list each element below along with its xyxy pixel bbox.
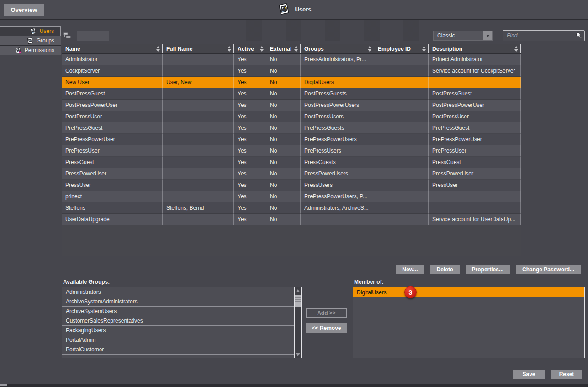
- resize-grip[interactable]: [0, 384, 7, 386]
- table-row[interactable]: PrePressUserYesNoPrePressUsersPrePressUs…: [62, 145, 521, 157]
- table-row[interactable]: PressPowerUserYesNoPressPowerUsersPressP…: [62, 168, 521, 180]
- sidebar-item-users[interactable]: Users: [0, 27, 61, 36]
- cell-groups: DigitalUsers: [301, 77, 374, 88]
- cell-external: No: [266, 145, 301, 157]
- column-header-groups[interactable]: Groups: [301, 44, 374, 53]
- cell-full_name: [163, 88, 234, 100]
- cell-active: Yes: [234, 88, 266, 100]
- member-list-item[interactable]: DigitalUsers3: [353, 287, 584, 297]
- cell-employee_id: [374, 88, 429, 100]
- cell-active: Yes: [234, 168, 266, 180]
- group-list-item[interactable]: CustomerSalesRepresentatives: [62, 316, 294, 326]
- table-row[interactable]: CockpitServerYesNoService account for Co…: [62, 65, 521, 77]
- cell-employee_id: [374, 54, 429, 65]
- cell-description: Service account for CockpitServer: [429, 65, 521, 77]
- flat-view-icon[interactable]: [63, 32, 72, 40]
- cell-full_name: [163, 157, 234, 168]
- cell-employee_id: [374, 111, 429, 122]
- cell-active: Yes: [234, 134, 266, 145]
- cell-groups: [301, 214, 374, 225]
- table-row[interactable]: PressGuestYesNoPressGuestsPressGuest: [62, 157, 521, 168]
- cell-active: Yes: [234, 100, 266, 111]
- cell-description: PostPressPowerUser: [429, 100, 521, 111]
- scroll-up-button[interactable]: [295, 287, 301, 294]
- cell-external: No: [266, 157, 301, 168]
- cell-external: No: [266, 191, 301, 202]
- table-row[interactable]: PostPressGuestYesNoPostPressGuestsPostPr…: [62, 88, 521, 100]
- column-header-description[interactable]: Description: [429, 44, 521, 53]
- cell-employee_id: [374, 157, 429, 168]
- new-button[interactable]: New...: [396, 265, 424, 274]
- cell-employee_id: [374, 214, 429, 225]
- cell-employee_id: [374, 202, 429, 214]
- table-row[interactable]: PrePressGuestYesNoPrePressGuestsPrePress…: [62, 122, 521, 134]
- group-list-item[interactable]: PackagingUsers: [62, 326, 294, 335]
- table-row[interactable]: PrePressPowerUserYesNoPrePressPowerUsers…: [62, 134, 521, 145]
- column-header-external[interactable]: External: [266, 44, 301, 53]
- find-input[interactable]: [503, 30, 585, 41]
- sidebar-item-groups[interactable]: Groups: [0, 36, 61, 46]
- footer-divider: [59, 366, 588, 366]
- cell-employee_id: [374, 77, 429, 88]
- cell-description: PrePressPowerUser: [429, 134, 521, 145]
- cell-groups: PostPressPowerUsers: [301, 100, 374, 111]
- users-page-icon: [276, 2, 290, 16]
- cell-description: PostPressGuest: [429, 88, 521, 100]
- cell-groups: PressPowerUsers: [301, 168, 374, 180]
- delete-button[interactable]: Delete: [430, 265, 460, 274]
- find-field-group: [503, 30, 585, 41]
- search-icon[interactable]: [575, 32, 583, 39]
- remove-button[interactable]: << Remove: [306, 323, 347, 333]
- change-password-button[interactable]: Change Password...: [516, 265, 581, 274]
- properties-button[interactable]: Properties...: [466, 265, 510, 274]
- table-row[interactable]: UserDataUpgradeYesNoService account for …: [62, 214, 521, 225]
- table-row[interactable]: prinectYesNoPrePressPowerUsers, P...: [62, 191, 521, 202]
- group-list-item[interactable]: ArchiveSystemAdministrators: [62, 297, 294, 307]
- table-row[interactable]: PostPressPowerUserYesNoPostPressPowerUse…: [62, 100, 521, 111]
- table-row[interactable]: PostPressUserYesNoPostPressUsersPostPres…: [62, 111, 521, 122]
- cell-name: Steffens: [62, 202, 163, 214]
- cell-employee_id: [374, 122, 429, 134]
- cell-groups: PostPressUsers: [301, 111, 374, 122]
- cell-employee_id: [374, 145, 429, 157]
- cell-employee_id: [374, 100, 429, 111]
- view-mode-select[interactable]: Classic: [433, 31, 493, 41]
- cell-external: No: [266, 134, 301, 145]
- add-button[interactable]: Add >>: [306, 308, 347, 318]
- column-header-name[interactable]: Name: [62, 44, 163, 53]
- scrollbar[interactable]: [294, 287, 301, 358]
- table-action-buttons: New... Delete Properties... Change Passw…: [62, 265, 581, 274]
- cell-groups: Administrators, ArchiveS...: [301, 202, 374, 214]
- scroll-down-button[interactable]: [295, 351, 301, 358]
- bottom-edge-strip: [0, 384, 588, 387]
- view-mode-value: Classic: [434, 31, 483, 40]
- column-header-full_name[interactable]: Full Name: [163, 44, 234, 53]
- scroll-thumb[interactable]: [295, 295, 301, 307]
- table-row[interactable]: PressUserYesNoPressUsersPressUser: [62, 180, 521, 191]
- table-row[interactable]: SteffensSteffens, BerndYesNoAdministrato…: [62, 202, 521, 214]
- group-list-item[interactable]: ArchiveSystemUsers: [62, 307, 294, 316]
- cell-description: [429, 191, 521, 202]
- page-title-group: Users: [276, 2, 311, 16]
- sidebar-item-label: Users: [40, 28, 54, 34]
- group-list-item[interactable]: PortalAdmin: [62, 335, 294, 345]
- cell-employee_id: [374, 134, 429, 145]
- cell-description: [429, 77, 521, 88]
- save-button[interactable]: Save: [513, 370, 545, 379]
- reset-button[interactable]: Reset: [551, 370, 582, 379]
- group-list-item[interactable]: PortalCustomer: [62, 345, 294, 355]
- column-header-active[interactable]: Active: [234, 44, 266, 53]
- chevron-down-icon[interactable]: [483, 31, 492, 40]
- available-groups-items: AdministratorsArchiveSystemAdministrator…: [62, 287, 294, 358]
- cell-external: No: [266, 54, 301, 65]
- cell-groups: PressUsers: [301, 180, 374, 191]
- sort-icon: [367, 46, 372, 52]
- cell-description: PrePressGuest: [429, 122, 521, 134]
- column-header-employee_id[interactable]: Employee ID: [374, 44, 429, 53]
- group-list-item[interactable]: Administrators: [62, 287, 294, 297]
- table-row[interactable]: AdministratorYesNoPressAdministrators, P…: [62, 54, 521, 65]
- quick-filter-box[interactable]: [77, 31, 109, 41]
- overview-button[interactable]: Overview: [4, 4, 44, 16]
- sidebar-item-permissions[interactable]: Permissions: [0, 46, 61, 55]
- table-row[interactable]: New UserUser, NewYesNoDigitalUsers: [62, 77, 521, 88]
